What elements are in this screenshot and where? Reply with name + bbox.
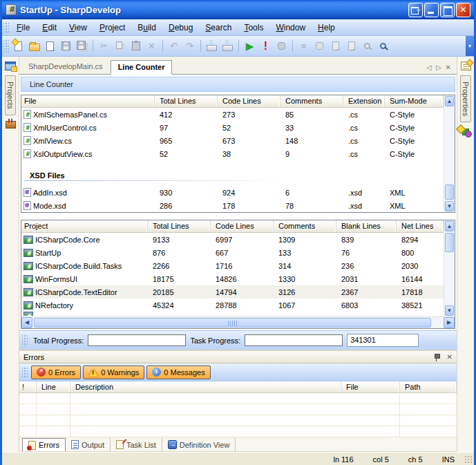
scrollbar-thumb[interactable] (34, 318, 431, 328)
redo-icon[interactable]: ↷ (182, 39, 198, 54)
project-pad-icon[interactable] (3, 59, 18, 73)
tab-line-counter[interactable]: Line Counter (111, 60, 173, 75)
project-row[interactable]: NRefactory 45324 28788 1067 6803 38521 (21, 298, 444, 312)
menu-project[interactable]: Project (93, 21, 131, 35)
toolbar-grip[interactable] (22, 334, 28, 347)
column-header-code-lines[interactable]: Code Lines (211, 220, 274, 232)
tab-scroll-left-icon[interactable]: ◁ (426, 64, 432, 71)
toolbar-grip[interactable] (3, 21, 9, 32)
bookmark-prev-icon[interactable] (327, 39, 343, 54)
column-header-total-lines[interactable]: Total Lines (148, 220, 211, 232)
find-in-files-icon[interactable] (359, 39, 375, 54)
project-row[interactable]: ICSharpCode.Build.Tasks 2266 1716 314 23… (21, 259, 444, 272)
file-row[interactable]: XslOutputView.cs 52 38 9 .cs C-Style (21, 147, 444, 160)
close-icon[interactable]: ✕ (447, 353, 453, 361)
pin-icon[interactable] (433, 353, 440, 361)
menu-window[interactable]: Window (269, 21, 312, 35)
file-row[interactable]: XmlView.cs 965 673 148 .cs C-Style (21, 134, 444, 147)
scroll-right-icon[interactable]: ▶ (444, 317, 455, 328)
tab-definition-view[interactable]: Definition View (162, 438, 236, 451)
column-header-file[interactable]: File (341, 381, 400, 392)
menu-view[interactable]: View (63, 21, 93, 35)
column-header-project[interactable]: Project (21, 220, 148, 232)
toolbar-grip[interactable] (22, 366, 28, 379)
toolbar-separator[interactable] (198, 39, 204, 54)
scroll-left-icon[interactable]: ◀ (21, 317, 32, 328)
paste-icon[interactable] (128, 39, 144, 54)
close-button[interactable]: ✕ (456, 3, 470, 17)
undo-icon[interactable]: ↶ (166, 39, 182, 54)
file-row[interactable]: XmlUserControl.cs 97 52 33 .cs C-Style (21, 121, 444, 134)
horizontal-scrollbar[interactable]: ◀ ▶ (21, 316, 455, 328)
build-icon[interactable] (204, 39, 220, 54)
sidebar-tab-projects[interactable]: Projects (5, 75, 16, 115)
new-file-icon[interactable] (10, 39, 26, 54)
dock-window-button[interactable] (408, 3, 423, 17)
file-row[interactable]: Mode.xsd 286 178 78 .xsd XML (21, 199, 444, 212)
open-file-icon[interactable] (26, 39, 42, 54)
scroll-up-icon[interactable]: ▲ (445, 221, 454, 231)
copy-icon[interactable] (112, 39, 128, 54)
menu-tools[interactable]: Tools (238, 21, 269, 35)
column-header-description[interactable]: Description (70, 381, 341, 392)
cut-icon[interactable]: ✂ (96, 39, 112, 54)
toolbar-separator[interactable] (289, 39, 296, 54)
vertical-scrollbar[interactable]: ▲ ▼ (444, 220, 455, 316)
column-header-extension[interactable]: Extension (343, 95, 385, 107)
document-arrow-icon[interactable] (42, 39, 58, 54)
column-header-file[interactable]: File (21, 95, 155, 107)
file-row[interactable]: XmlSchemasPanel.cs 412 273 85 .cs C-Styl… (21, 108, 444, 121)
menu-build[interactable]: Build (131, 21, 162, 35)
resize-grip[interactable] (464, 455, 473, 464)
vertical-scrollbar[interactable]: ▲ ▼ (444, 95, 455, 212)
scroll-down-icon[interactable]: ▼ (445, 305, 454, 316)
column-header-comments[interactable]: Comments (274, 220, 336, 232)
search-icon[interactable] (375, 39, 391, 54)
comment-lines-icon[interactable]: ≡ (296, 39, 312, 54)
column-header-total-lines[interactable]: Total Lines (155, 95, 218, 107)
tab-close-icon[interactable]: ✕ (446, 64, 451, 71)
scroll-down-icon[interactable]: ▼ (445, 201, 454, 211)
scrollbar-thumb[interactable] (445, 184, 454, 200)
project-row[interactable]: ICSharpCode.TextEditor 20185 14794 3126 … (21, 285, 444, 298)
tools-pad-icon[interactable] (3, 117, 18, 132)
column-header-sum-mode[interactable]: Sum-Mode (385, 95, 444, 107)
save-icon[interactable] (58, 39, 74, 54)
column-header-comments[interactable]: Comments (280, 95, 343, 107)
toolbar-separator[interactable] (236, 39, 242, 54)
abort-icon[interactable]: ! (258, 39, 274, 54)
minimize-button[interactable] (424, 3, 439, 17)
scrollbar-thumb[interactable] (445, 233, 454, 252)
tab-scroll-right-icon[interactable]: ▷ (436, 64, 441, 71)
warnings-count-button[interactable]: 0 Warnings (83, 366, 144, 379)
menu-help[interactable]: Help (312, 21, 341, 35)
column-header-net-lines[interactable]: Net Lines (397, 220, 444, 232)
tab-output[interactable]: Output (66, 438, 111, 451)
properties-pad-icon[interactable] (459, 59, 473, 73)
sidebar-tab-properties[interactable]: Properties (460, 75, 471, 122)
project-row[interactable]: StartUp 876 667 133 76 800 (21, 246, 444, 259)
project-row[interactable]: WinFormsUI 18175 14826 1330 2031 16144 (21, 272, 444, 285)
toolbar-separator[interactable] (90, 39, 96, 54)
scroll-up-icon[interactable]: ▲ (445, 96, 454, 106)
menu-debug[interactable]: Debug (162, 21, 199, 35)
toolbar-grip[interactable] (3, 39, 9, 53)
project-row[interactable]: ICSharpCode.Core 9133 6997 1309 839 8294 (21, 233, 444, 246)
column-header-severity[interactable]: ! (19, 381, 37, 392)
column-header-line[interactable]: Line (37, 381, 70, 392)
stop-icon[interactable] (274, 39, 289, 54)
menu-edit[interactable]: Edit (36, 21, 63, 35)
errors-count-button[interactable]: 0 Errors (31, 366, 81, 379)
maximize-button[interactable] (440, 3, 455, 17)
menu-search[interactable]: Search (199, 21, 238, 35)
save-all-icon[interactable] (74, 39, 90, 54)
region-icon[interactable] (312, 39, 327, 54)
tab-errors[interactable]: Errors (22, 438, 66, 451)
column-header-path[interactable]: Path (400, 381, 457, 392)
column-header-blank-lines[interactable]: Blank Lines (336, 220, 397, 232)
run-icon[interactable]: ▶ (242, 39, 258, 54)
messages-count-button[interactable]: 0 Messages (146, 366, 210, 379)
file-row[interactable]: AddIn.xsd 930 924 6 .xsd XML (21, 186, 444, 199)
delete-icon[interactable]: ✕ (144, 39, 160, 54)
build-all-icon[interactable] (220, 39, 236, 54)
